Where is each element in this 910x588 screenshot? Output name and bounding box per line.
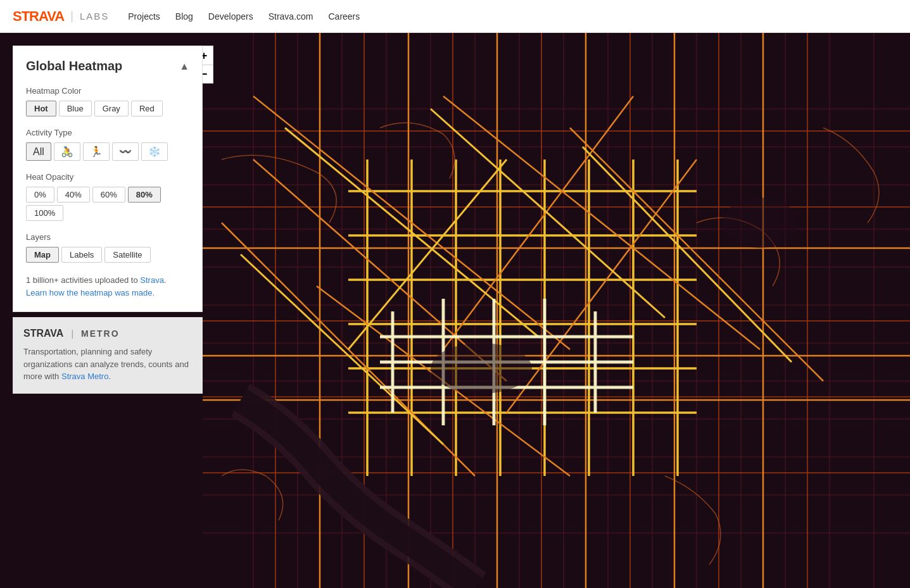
- activity-type-label: Activity Type: [26, 128, 189, 137]
- sidebar: Global Heatmap ▲ Heatmap Color HotBlueGr…: [13, 46, 203, 394]
- info-text: 1 billion+ activities uploaded to Strava…: [26, 274, 189, 299]
- activity-btn-ride[interactable]: 🚴: [54, 142, 80, 161]
- info-text-suffix: .: [164, 275, 167, 285]
- info-text-prefix: 1 billion+ activities uploaded to: [26, 275, 140, 285]
- nav-link-projects[interactable]: Projects: [128, 11, 160, 22]
- opacity-btn-0[interactable]: 0%: [26, 187, 54, 203]
- layer-btn-satellite[interactable]: Satellite: [104, 247, 150, 263]
- heatmap-color-buttons: HotBlueGrayRed: [26, 101, 189, 116]
- heatmap-color-label: Heatmap Color: [26, 86, 189, 96]
- map-container[interactable]: + − Global Heatmap ▲ Heatmap Color HotBl…: [0, 33, 910, 588]
- nav-link-stravacom[interactable]: Strava.com: [269, 11, 313, 22]
- opacity-btn-60[interactable]: 60%: [92, 187, 125, 203]
- opacity-btn-80[interactable]: 80%: [128, 187, 161, 203]
- metro-panel: STRAVA | METRO Transportation, planning …: [13, 317, 203, 394]
- opacity-btn-40[interactable]: 40%: [57, 187, 90, 203]
- learn-more-link[interactable]: Learn how the heatmap was made.: [26, 288, 155, 297]
- panel-title: Global Heatmap: [26, 59, 122, 73]
- activity-btn-winter[interactable]: ❄️: [141, 142, 168, 161]
- panel-header: Global Heatmap ▲: [26, 59, 189, 73]
- metro-divider: |: [71, 328, 73, 339]
- metro-label: METRO: [81, 328, 120, 339]
- navbar: STRAVA | LABS ProjectsBlogDevelopersStra…: [0, 0, 910, 33]
- main-nav: ProjectsBlogDevelopersStrava.comCareers: [128, 11, 360, 22]
- activity-btn-all[interactable]: All: [26, 142, 51, 161]
- metro-logo: STRAVA | METRO: [23, 328, 192, 339]
- opacity-btn-100[interactable]: 100%: [26, 205, 63, 221]
- layer-btn-labels[interactable]: Labels: [61, 247, 102, 263]
- labs-wordmark: LABS: [80, 11, 109, 22]
- svg-point-93: [722, 197, 798, 248]
- metro-strava-label: STRAVA: [23, 328, 63, 339]
- activity-type-buttons: All🚴🏃〰️❄️: [26, 142, 189, 161]
- nav-link-developers[interactable]: Developers: [208, 11, 253, 22]
- layer-btn-map[interactable]: Map: [26, 247, 59, 263]
- layer-buttons: MapLabelsSatellite: [26, 247, 189, 263]
- layers-label: Layers: [26, 232, 189, 242]
- metro-description: Transportation, planning and safety orga…: [23, 346, 192, 383]
- collapse-button[interactable]: ▲: [179, 61, 189, 72]
- control-panel: Global Heatmap ▲ Heatmap Color HotBlueGr…: [13, 46, 203, 312]
- activity-type-group: Activity Type All🚴🏃〰️❄️: [26, 128, 189, 161]
- svg-point-92: [431, 343, 532, 394]
- brand-divider: |: [70, 9, 73, 23]
- color-btn-blue[interactable]: Blue: [59, 101, 92, 116]
- metro-desc-suffix: .: [108, 372, 111, 381]
- nav-link-blog[interactable]: Blog: [175, 11, 193, 22]
- color-btn-red[interactable]: Red: [131, 101, 163, 116]
- activity-btn-run[interactable]: 🏃: [83, 142, 110, 161]
- strava-wordmark: STRAVA: [13, 8, 64, 25]
- brand-logo[interactable]: STRAVA | LABS: [13, 8, 109, 25]
- nav-link-careers[interactable]: Careers: [328, 11, 360, 22]
- activity-btn-water[interactable]: 〰️: [112, 142, 139, 161]
- heatmap-color-group: Heatmap Color HotBlueGrayRed: [26, 86, 189, 116]
- heat-opacity-group: Heat Opacity 0%40%60%80%100%: [26, 172, 189, 221]
- color-btn-gray[interactable]: Gray: [94, 101, 129, 116]
- heat-opacity-label: Heat Opacity: [26, 172, 189, 182]
- opacity-buttons: 0%40%60%80%100%: [26, 187, 189, 221]
- strava-metro-link[interactable]: Strava Metro: [61, 372, 108, 381]
- strava-link[interactable]: Strava: [140, 275, 164, 285]
- layers-group: Layers MapLabelsSatellite: [26, 232, 189, 263]
- color-btn-hot[interactable]: Hot: [26, 101, 56, 116]
